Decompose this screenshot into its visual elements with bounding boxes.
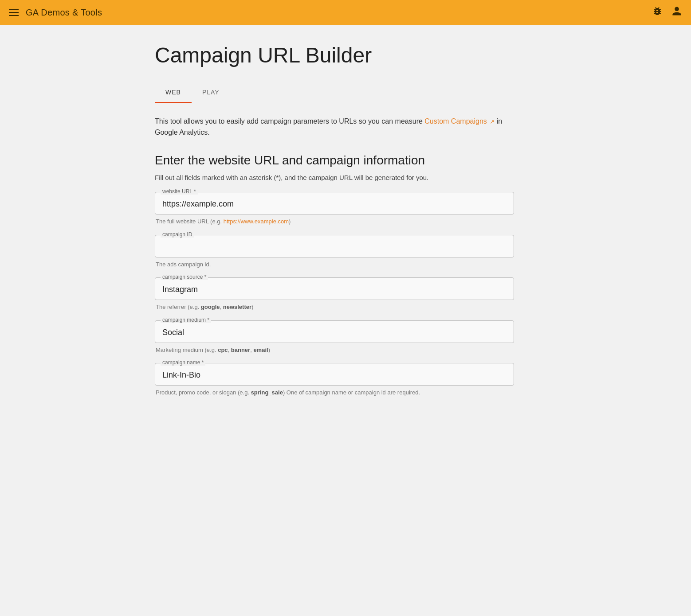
campaign-source-hint: The referrer (e.g. google, newsletter) [155, 303, 514, 312]
website-url-wrapper: website URL * [155, 192, 514, 214]
website-url-example-link[interactable]: https://www.example.com [224, 218, 289, 225]
campaign-medium-input[interactable] [162, 327, 506, 338]
user-account-icon[interactable] [671, 6, 682, 19]
campaign-name-input[interactable] [162, 370, 506, 381]
tab-web[interactable]: WEB [155, 82, 192, 103]
tabs-container: WEB PLAY [155, 82, 536, 103]
section-heading: Enter the website URL and campaign infor… [155, 152, 536, 168]
campaign-source-label: campaign source * [161, 274, 208, 280]
section-subtext: Fill out all fields marked with an aster… [155, 174, 536, 181]
website-url-group: website URL * The full website URL (e.g.… [155, 192, 514, 226]
description-before-link: This tool allows you to easily add campa… [155, 117, 424, 125]
campaign-id-input[interactable] [162, 242, 506, 253]
campaign-id-label: campaign ID [161, 231, 194, 238]
tab-play[interactable]: PLAY [192, 82, 230, 103]
website-url-input[interactable] [162, 199, 506, 210]
main-content: Campaign URL Builder WEB PLAY This tool … [146, 25, 545, 433]
campaign-medium-label: campaign medium * [161, 317, 211, 323]
campaign-medium-group: campaign medium * Marketing medium (e.g.… [155, 320, 514, 355]
page-title: Campaign URL Builder [155, 43, 536, 68]
campaign-id-hint: The ads campaign id. [155, 260, 514, 269]
campaign-id-group: campaign ID The ads campaign id. [155, 235, 514, 269]
custom-campaigns-link[interactable]: Custom Campaigns ↗ [424, 117, 495, 125]
campaign-name-hint: Product, promo code, or slogan (e.g. spr… [155, 388, 514, 397]
bug-icon[interactable] [652, 6, 663, 19]
campaign-name-group: campaign name * Product, promo code, or … [155, 363, 514, 397]
campaign-name-wrapper: campaign name * [155, 363, 514, 386]
website-url-hint: The full website URL (e.g. https://www.e… [155, 217, 514, 226]
campaign-medium-hint: Marketing medium (e.g. cpc, banner, emai… [155, 346, 514, 355]
campaign-name-label: campaign name * [161, 359, 205, 366]
campaign-source-input[interactable] [162, 284, 506, 295]
campaign-source-group: campaign source * The referrer (e.g. goo… [155, 277, 514, 312]
navbar-right [652, 6, 682, 19]
campaign-id-wrapper: campaign ID [155, 235, 514, 257]
navbar-left: GA Demos & Tools [9, 8, 102, 18]
campaign-source-wrapper: campaign source * [155, 277, 514, 300]
navbar: GA Demos & Tools [0, 0, 691, 25]
hamburger-menu-icon[interactable] [9, 9, 19, 16]
external-link-icon: ↗ [490, 118, 495, 125]
description-text: This tool allows you to easily add campa… [155, 116, 536, 138]
website-url-label: website URL * [161, 188, 198, 195]
campaign-medium-wrapper: campaign medium * [155, 320, 514, 343]
navbar-title: GA Demos & Tools [26, 8, 102, 18]
